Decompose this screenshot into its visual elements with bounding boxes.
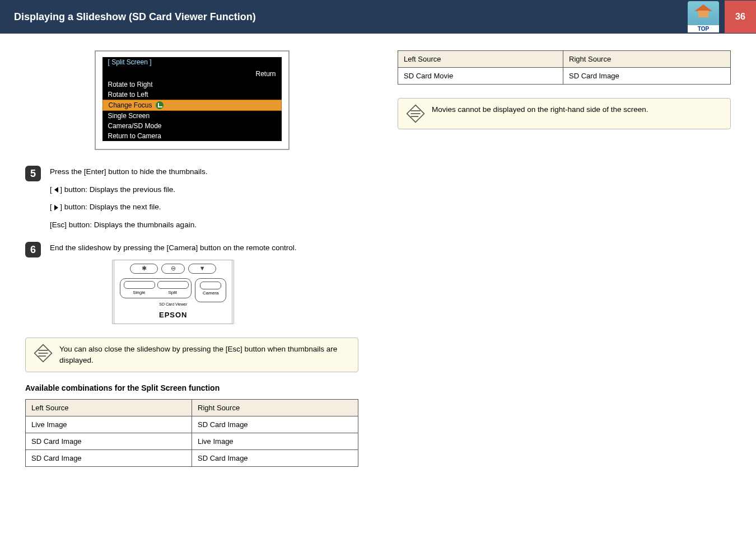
top-label: TOP: [688, 25, 719, 32]
step-5-bullet-next: [ ] button: Displays the next file.: [50, 201, 207, 213]
menu-item: Return to Camera: [102, 131, 282, 141]
single-label: Single: [133, 290, 145, 295]
combinations-table-left: Left Source Right Source Live ImageSD Ca…: [25, 399, 358, 467]
combinations-table-right: Left Source Right Source SD Card MovieSD…: [398, 50, 731, 85]
remote-key: ▼: [188, 264, 216, 274]
section-subheading: Available combinations for the Split Scr…: [25, 383, 358, 392]
step-5-text: Press the [Enter] button to hide the thu…: [50, 166, 207, 178]
table-row: Live ImageSD Card Image: [26, 416, 358, 433]
table-header: Right Source: [563, 51, 731, 68]
remote-key: ✱: [130, 264, 158, 274]
header-right: TOP 36: [688, 1, 756, 33]
right-arrow-icon: [54, 205, 58, 210]
table-row: SD Card MovieSD Card Image: [398, 68, 731, 85]
note-box-left: You can also close the slideshow by pres…: [25, 338, 358, 373]
table-row: SD Card ImageSD Card Image: [26, 450, 358, 467]
menu-item-label: Change Focus: [109, 101, 152, 109]
step-5: 5 Press the [Enter] button to hide the t…: [25, 166, 358, 236]
left-column: [ Split Screen ] Return Rotate to Right …: [25, 50, 358, 467]
tip-icon: [34, 344, 53, 363]
menu-item: Single Screen: [102, 111, 282, 121]
split-screen-menu-figure: [ Split Screen ] Return Rotate to Right …: [95, 50, 290, 150]
table-header-row: Left Source Right Source: [26, 400, 358, 416]
camera-key: [200, 282, 221, 289]
menu-return: Return: [102, 68, 282, 79]
step-6-text: End the slideshow by pressing the [Camer…: [50, 242, 297, 254]
step-number: 6: [25, 242, 41, 257]
home-icon-body: [698, 11, 708, 17]
table-header: Left Source: [398, 51, 563, 68]
note-text: Movies cannot be displayed on the right-…: [432, 104, 648, 115]
split-label: Split: [168, 290, 177, 295]
table-row: SD Card ImageLive Image: [26, 433, 358, 450]
remote-key: ⊖: [161, 264, 185, 274]
left-arrow-icon: [54, 187, 58, 193]
table-header-row: Left Source Right Source: [398, 51, 731, 68]
tip-icon: [406, 104, 425, 123]
menu-item: Camera/SD Mode: [102, 121, 282, 131]
enter-icon: [156, 101, 164, 109]
split-key: [157, 281, 189, 289]
page-number: 36: [725, 1, 756, 33]
top-home-button[interactable]: TOP: [688, 1, 719, 32]
table-header: Left Source: [26, 400, 192, 416]
step-5-bullet-prev: [ ] button: Displays the previous file.: [50, 184, 207, 196]
right-column: Left Source Right Source SD Card MovieSD…: [398, 50, 731, 467]
camera-label: Camera: [203, 291, 218, 296]
camera-key-group: Camera: [195, 278, 226, 302]
menu-item: Rotate to Right: [102, 79, 282, 90]
brand-label: EPSON: [120, 310, 226, 321]
table-header: Right Source: [192, 400, 358, 416]
single-key: [124, 281, 155, 289]
step-number: 5: [25, 166, 41, 181]
note-box-right: Movies cannot be displayed on the right-…: [398, 98, 731, 129]
step-6: 6 End the slideshow by pressing the [Cam…: [25, 242, 358, 331]
menu-item-highlighted: Change Focus: [102, 100, 282, 111]
note-text: You can also close the slideshow by pres…: [59, 344, 350, 367]
menu-item: Rotate to Left: [102, 90, 282, 100]
menu-title: [ Split Screen ]: [102, 57, 157, 67]
remote-control-figure: ✱ ⊖ ▼ Single Split: [112, 260, 234, 324]
step-5-bullet-esc: [Esc] button: Displays the thumbnails ag…: [50, 219, 207, 231]
page-title: Displaying a Slideshow (SD Card Viewer F…: [14, 11, 256, 23]
page-header: Displaying a Slideshow (SD Card Viewer F…: [0, 0, 756, 34]
